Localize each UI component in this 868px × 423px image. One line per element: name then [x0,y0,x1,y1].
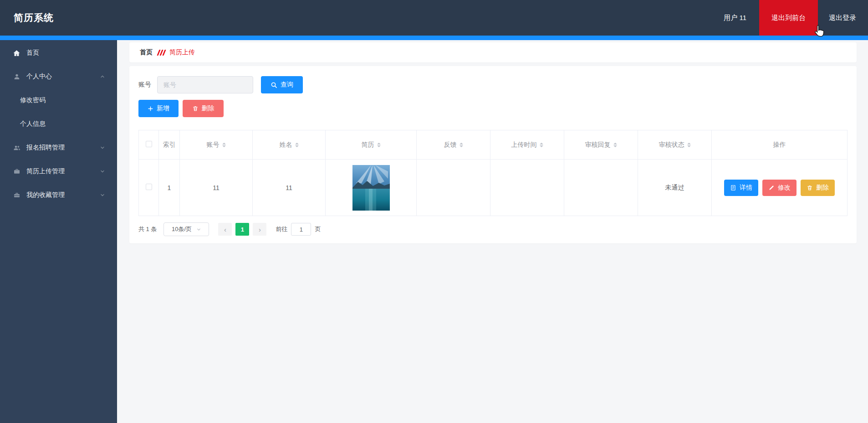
sidebar-item-label: 报名招聘管理 [26,144,100,152]
sidebar-item-label: 个人中心 [26,72,100,81]
sidebar-item-change-password[interactable]: 修改密码 [0,88,117,112]
header-name[interactable]: 姓名 [253,130,326,160]
sort-icon[interactable] [613,141,617,149]
detail-button[interactable]: 详情 [724,180,758,196]
home-icon [13,49,20,57]
users-icon [13,144,20,152]
breadcrumb-home-link[interactable]: 首页 [140,48,153,57]
sidebar-item-label: 简历上传管理 [26,167,100,175]
table-row: 1 11 11 [139,160,848,216]
sidebar-item-label: 首页 [26,49,105,57]
goto-page-input[interactable] [291,223,311,236]
sort-icon[interactable] [687,141,691,149]
next-page-button[interactable]: › [253,223,266,236]
sidebar-item-label: 个人信息 [20,120,46,128]
search-form: 账号 查询 [138,76,848,93]
resume-thumbnail-image[interactable] [352,165,390,211]
add-button-label: 新增 [157,104,169,113]
sidebar-item-resume-upload-management[interactable]: 简历上传管理 [0,160,117,183]
sidebar-item-favorites-management[interactable]: 我的收藏管理 [0,183,117,207]
trash-icon [807,185,813,191]
resume-table: 索引 账号 姓名 简历 反馈 上传时间 审核回复 审核状态 操作 1 [138,130,848,216]
pen-icon [768,185,775,191]
page-size-select[interactable]: 10条/页 [163,222,209,236]
header-account[interactable]: 账号 [180,130,253,160]
top-navbar: 简历系统 用户 11 退出到前台 退出登录 [0,0,868,36]
cell-account: 11 [180,160,253,216]
sort-icon[interactable] [295,141,299,149]
breadcrumb-separator-icon [158,50,165,56]
chevron-down-icon [100,192,105,198]
cell-resume [326,160,417,216]
cell-index: 1 [159,160,180,216]
chevron-up-icon [100,74,105,79]
add-button[interactable]: 新增 [138,100,179,117]
edit-button-label: 修改 [778,184,791,192]
cell-select[interactable] [139,160,159,216]
search-icon [271,82,277,88]
goto-label: 前往 [276,225,287,233]
exit-to-front-button[interactable]: 退出到前台 [759,0,818,36]
current-page-button[interactable]: 1 [235,223,249,236]
chevron-down-icon [196,227,201,232]
edit-button[interactable]: 修改 [762,180,797,196]
navbar-right: 用户 11 退出到前台 退出登录 [724,0,868,36]
page-size-value: 10条/页 [172,225,192,233]
sidebar: 首页 个人中心 修改密码 个人信息 报名招聘管理 [0,40,117,423]
cell-upload-time [490,160,564,216]
user-icon [13,73,20,81]
navbar-user-label: 用户 11 [724,0,746,36]
header-review-status[interactable]: 审核状态 [638,130,712,160]
batch-delete-button-label: 删除 [202,104,214,113]
accent-strip [0,36,868,40]
header-review-reply[interactable]: 审核回复 [564,130,638,160]
sort-icon[interactable] [540,141,543,149]
row-checkbox[interactable] [146,184,152,190]
document-icon [730,185,736,191]
chevron-down-icon [100,169,105,174]
header-actions: 操作 [712,130,848,160]
header-feedback[interactable]: 反馈 [417,130,490,160]
header-select-all[interactable] [139,130,159,160]
batch-delete-button[interactable]: 删除 [183,100,224,117]
sidebar-item-label: 我的收藏管理 [26,191,100,199]
sort-icon[interactable] [460,141,463,149]
briefcase-icon [13,168,20,175]
cell-actions: 详情 修改 [712,160,848,216]
row-delete-button[interactable]: 删除 [801,180,835,196]
row-delete-button-label: 删除 [816,184,829,192]
header-index: 索引 [159,130,180,160]
sidebar-item-label: 修改密码 [20,96,46,104]
chevron-down-icon [100,145,105,150]
sidebar-item-personal-info[interactable]: 个人信息 [0,112,117,136]
query-button[interactable]: 查询 [261,76,303,93]
plus-icon [148,106,153,112]
main-content: 首页 简历上传 账号 查询 [117,40,868,423]
sidebar-item-recruit-management[interactable]: 报名招聘管理 [0,136,117,160]
cell-name: 11 [253,160,326,216]
app-logo: 简历系统 [0,11,54,24]
cell-feedback [417,160,490,216]
content-card: 账号 查询 新增 [129,66,857,243]
query-button-label: 查询 [281,81,293,89]
account-input[interactable] [157,76,253,93]
prev-page-button[interactable]: ‹ [218,223,232,236]
header-resume[interactable]: 简历 [326,130,417,160]
cell-review-status: 未通过 [638,160,712,216]
table-toolbar: 新增 删除 [138,100,848,117]
sidebar-item-home[interactable]: 首页 [0,41,117,65]
breadcrumb-current: 简历上传 [169,48,195,57]
header-upload-time[interactable]: 上传时间 [490,130,564,160]
sidebar-item-personal-center[interactable]: 个人中心 [0,65,117,88]
table-header-row: 索引 账号 姓名 简历 反馈 上传时间 审核回复 审核状态 操作 [139,130,848,160]
account-field-label: 账号 [138,81,151,89]
pagination-total: 共 1 条 [138,225,157,233]
select-all-checkbox[interactable] [146,141,152,147]
sort-icon[interactable] [377,141,381,149]
trash-icon [192,105,199,112]
logout-button[interactable]: 退出登录 [818,0,867,36]
breadcrumb: 首页 简历上传 [129,42,857,62]
sort-icon[interactable] [222,141,226,149]
detail-button-label: 详情 [740,184,752,192]
cell-review-reply [564,160,638,216]
